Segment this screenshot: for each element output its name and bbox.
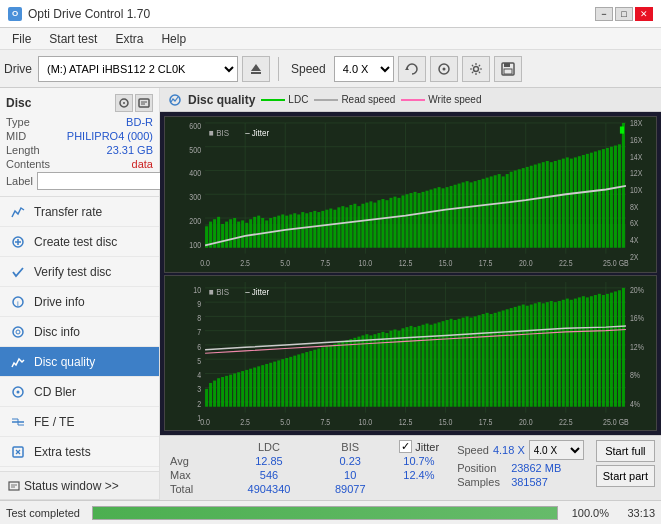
svg-rect-87 [353, 204, 356, 248]
type-value: BD-R [126, 116, 153, 128]
svg-rect-244 [365, 334, 368, 406]
ldc-color-swatch [261, 99, 285, 101]
sidebar: Disc Type BD-R MID PHILIPRO4 (000) [0, 88, 160, 500]
svg-rect-155 [620, 127, 624, 134]
menu-start-test[interactable]: Start test [41, 30, 105, 48]
svg-rect-102 [414, 192, 417, 248]
svg-text:8X: 8X [630, 202, 639, 212]
sidebar-item-extra-tests[interactable]: Extra tests [0, 437, 159, 467]
svg-rect-88 [357, 206, 360, 248]
svg-rect-57 [233, 218, 236, 248]
sidebar-item-label: Transfer rate [34, 205, 102, 219]
window-controls[interactable]: − □ ✕ [595, 7, 653, 21]
svg-rect-110 [446, 187, 449, 248]
svg-text:– Jitter: – Jitter [245, 127, 269, 138]
menu-file[interactable]: File [4, 30, 39, 48]
svg-rect-292 [558, 300, 561, 406]
minimize-button[interactable]: − [595, 7, 613, 21]
position-row: Position 23862 MB [457, 462, 584, 474]
stats-row-max: Max 546 10 [166, 468, 385, 482]
disc-section-label: Disc [6, 96, 31, 110]
stats-table: LDC BIS Avg 12.85 0.23 Max 546 [166, 440, 385, 496]
legend-ldc: LDC [261, 94, 308, 105]
disc-icon-2[interactable] [135, 94, 153, 112]
svg-rect-112 [454, 185, 457, 248]
svg-rect-296 [574, 298, 577, 406]
svg-rect-299 [586, 297, 589, 406]
svg-text:10.0: 10.0 [359, 416, 373, 426]
disc-button[interactable] [430, 56, 458, 82]
speed-stat-select[interactable]: 4.0 X [529, 440, 584, 460]
svg-rect-149 [602, 149, 605, 248]
svg-rect-111 [450, 186, 453, 248]
svg-rect-300 [590, 296, 593, 407]
extra-tests-icon [10, 444, 26, 460]
svg-rect-93 [377, 200, 380, 248]
svg-rect-120 [486, 178, 489, 248]
chart1-svg: 600 500 400 300 200 100 18X 16X 14X 12X … [165, 117, 656, 272]
svg-text:■ BIS: ■ BIS [209, 286, 229, 297]
sidebar-item-disc-info[interactable]: Disc info [0, 317, 159, 347]
menu-extra[interactable]: Extra [107, 30, 151, 48]
sidebar-item-label: Create test disc [34, 235, 117, 249]
drive-select[interactable]: (M:) ATAPI iHBS112 2 CL0K [38, 56, 238, 82]
sidebar-item-cd-bler[interactable]: CD Bler [0, 377, 159, 407]
label-label: Label [6, 175, 33, 187]
sidebar-item-drive-info[interactable]: i Drive info [0, 287, 159, 317]
svg-rect-71 [289, 214, 292, 247]
svg-rect-11 [139, 99, 149, 107]
jitter-checkbox[interactable]: ✓ [399, 440, 412, 453]
svg-rect-137 [554, 161, 557, 248]
sidebar-item-transfer-rate[interactable]: Transfer rate [0, 197, 159, 227]
svg-rect-256 [414, 327, 417, 407]
progress-percentage: 100.0% [564, 507, 609, 519]
svg-rect-151 [610, 147, 613, 248]
menu-bar: File Start test Extra Help [0, 28, 661, 50]
svg-rect-152 [614, 146, 617, 248]
svg-rect-222 [277, 360, 280, 406]
close-button[interactable]: ✕ [635, 7, 653, 21]
svg-rect-140 [566, 157, 569, 247]
svg-rect-288 [542, 303, 545, 406]
sidebar-item-disc-quality[interactable]: Disc quality [0, 347, 159, 377]
disc-icon [437, 62, 451, 76]
svg-rect-59 [241, 220, 244, 247]
start-full-button[interactable]: Start full [596, 440, 655, 462]
eject-button[interactable] [242, 56, 270, 82]
start-part-button[interactable]: Start part [596, 465, 655, 487]
menu-help[interactable]: Help [153, 30, 194, 48]
disc-icon-1[interactable] [115, 94, 133, 112]
create-disc-icon [10, 234, 26, 250]
svg-rect-286 [534, 303, 537, 406]
status-window-icon [8, 480, 20, 492]
speed-stat-row: Speed 4.18 X 4.0 X [457, 440, 584, 460]
svg-rect-130 [526, 167, 529, 248]
svg-rect-298 [582, 296, 585, 407]
speed-select[interactable]: 4.0 X [334, 56, 394, 82]
sidebar-item-verify-test-disc[interactable]: Verify test disc [0, 257, 159, 287]
refresh-button[interactable] [398, 56, 426, 82]
svg-rect-70 [285, 216, 288, 248]
svg-rect-83 [337, 207, 340, 247]
svg-rect-307 [618, 290, 621, 406]
svg-rect-225 [289, 356, 292, 406]
svg-rect-242 [357, 336, 360, 406]
sidebar-item-fe-te[interactable]: FE / TE [0, 407, 159, 437]
svg-rect-54 [221, 224, 224, 248]
save-button[interactable] [494, 56, 522, 82]
status-window-button[interactable]: Status window >> [0, 472, 159, 500]
svg-rect-97 [393, 197, 396, 248]
disc-quality-icon [10, 354, 26, 370]
svg-rect-28 [9, 482, 19, 490]
sidebar-item-create-test-disc[interactable]: Create test disc [0, 227, 159, 257]
samples-value: 381587 [511, 476, 548, 488]
svg-text:4X: 4X [630, 235, 639, 245]
settings-button[interactable] [462, 56, 490, 82]
svg-text:10X: 10X [630, 185, 642, 195]
svg-rect-79 [321, 211, 324, 248]
svg-rect-132 [534, 165, 537, 248]
label-input[interactable] [37, 172, 170, 190]
svg-rect-219 [265, 363, 268, 406]
svg-rect-61 [249, 219, 252, 248]
maximize-button[interactable]: □ [615, 7, 633, 21]
